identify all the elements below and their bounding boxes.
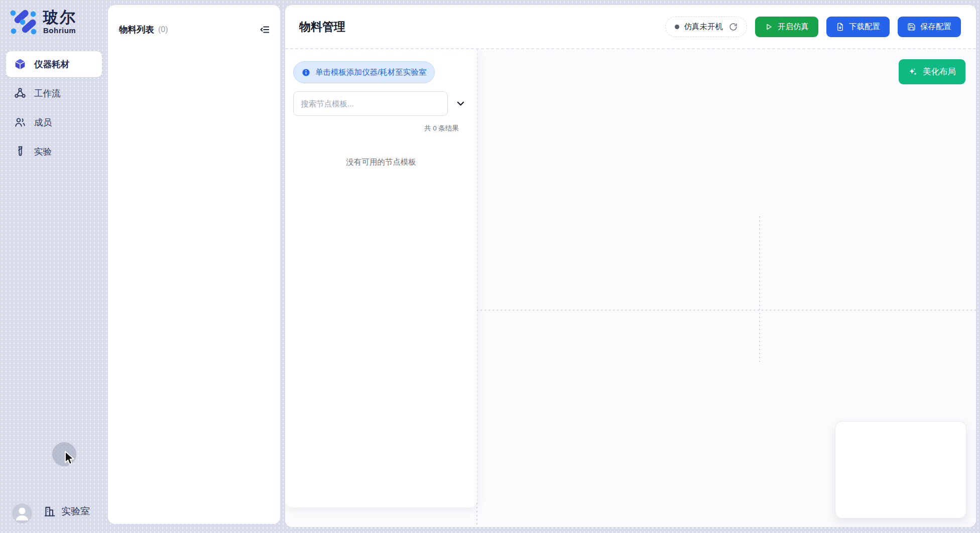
file-download-icon [836,23,844,31]
save-icon [907,23,916,31]
sidebar-item-workflow[interactable]: 工作流 [6,80,102,106]
play-icon [765,23,773,31]
status-dot-icon [675,25,679,29]
save-config-label: 保存配置 [920,22,951,32]
canvas-guide-line [476,310,976,311]
sidebar: 玻尔 Bohrium 仪器耗材 工作流 [0,0,108,533]
download-config-button[interactable]: 下载配置 [826,17,890,37]
brand: 玻尔 Bohrium [9,8,76,36]
page-title: 物料管理 [299,19,345,35]
sidebar-item-label: 实验 [34,146,52,158]
materials-list-panel: 物料列表 (0) [108,5,280,524]
bohrium-logo-icon [9,8,38,36]
sidebar-item-label: 仪器耗材 [34,58,69,70]
building-icon [43,505,56,518]
search-row [293,91,477,116]
sidebar-item-members[interactable]: 成员 [6,109,102,136]
node-template-panel: 单击模板添加仪器/耗材至实验室 共 0 条结果 没有可用的节点模板 [285,49,477,507]
lab-entry[interactable]: 实验室 [43,505,90,518]
brand-subtitle: Bohrium [43,26,76,35]
search-template-input[interactable] [293,91,448,116]
info-icon [302,68,310,77]
materials-list-title: 物料列表 [119,24,154,36]
sidebar-item-label: 工作流 [34,87,61,99]
sidebar-footer: 实验室 [0,498,108,529]
refresh-icon[interactable] [729,23,738,31]
sidebar-nav: 仪器耗材 工作流 成员 [0,51,108,168]
main-header: 物料管理 仿真未开机 开启仿真 [285,5,976,49]
materials-list-header: 物料列表 (0) [108,5,280,36]
empty-template-text: 没有可用的节点模板 [285,157,477,168]
minimap[interactable] [835,421,966,518]
simulation-status-label: 仿真未开机 [684,22,723,32]
sidebar-item-instruments[interactable]: 仪器耗材 [6,51,102,77]
header-actions: 仿真未开机 开启仿真 [665,17,961,37]
workflow-icon [14,87,26,99]
sidebar-item-experiments[interactable]: 实验 [6,139,102,165]
simulation-status-pill: 仿真未开机 [665,17,748,37]
mouse-cursor [63,451,76,466]
brand-text: 玻尔 Bohrium [43,10,76,35]
brand-name: 玻尔 [43,10,76,26]
sidebar-item-label: 成员 [34,116,52,128]
hint-banner: 单击模板添加仪器/耗材至实验室 [293,61,435,83]
result-count: 共 0 条结果 [285,124,459,133]
lab-canvas[interactable]: 单击模板添加仪器/耗材至实验室 共 0 条结果 没有可用的节点模板 [285,49,976,527]
collapse-panel-button[interactable] [258,23,271,36]
download-config-label: 下载配置 [849,22,880,32]
cube-icon [14,58,26,70]
canvas-guide-line [759,216,760,362]
start-simulation-label: 开启仿真 [778,22,809,32]
test-tube-icon [14,146,26,158]
materials-list-count: (0) [158,25,168,34]
hint-banner-text: 单击模板添加仪器/耗材至实验室 [315,67,426,78]
beautify-layout-label: 美化布局 [923,66,956,77]
start-simulation-button[interactable]: 开启仿真 [755,17,818,37]
main-panel: 物料管理 仿真未开机 开启仿真 [285,5,976,527]
users-icon [14,116,26,128]
app-root: { "brand": { "name": "玻尔", "subtitle": "… [0,0,980,533]
sparkles-icon [908,67,918,77]
avatar[interactable] [12,503,32,523]
lab-entry-label: 实验室 [61,505,90,518]
beautify-layout-button[interactable]: 美化布局 [899,59,965,84]
save-config-button[interactable]: 保存配置 [898,17,961,37]
chevron-down-icon[interactable] [454,97,467,110]
